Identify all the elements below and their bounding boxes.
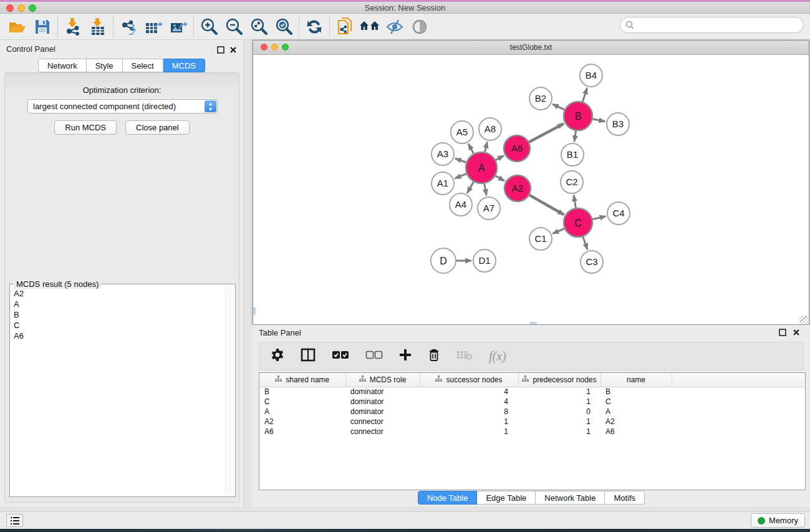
result-list-item[interactable]: A2: [11, 288, 223, 299]
minimize-window-button[interactable]: [17, 4, 25, 12]
zoom-fit-button[interactable]: [246, 16, 271, 38]
cell-shared_name[interactable]: A: [259, 407, 345, 417]
table-row[interactable]: Bdominator41B: [259, 387, 805, 397]
canvas-horizontal-scrollbar[interactable]: [529, 322, 537, 324]
cell-successor_nodes[interactable]: 1: [420, 427, 518, 437]
column-header-successor-nodes[interactable]: successor nodes: [420, 373, 518, 387]
export-table-button[interactable]: [141, 16, 166, 38]
result-list-item[interactable]: B: [11, 309, 223, 320]
cell-mcds_role[interactable]: dominator: [345, 397, 420, 407]
search-input[interactable]: [634, 21, 803, 30]
cell-name[interactable]: C: [600, 397, 672, 407]
float-panel-button[interactable]: [217, 45, 226, 54]
network-graph[interactable]: AA6A2BCA5A8A3A1A4A7B4B2B3B1C2C4C1C3DD1: [253, 55, 809, 324]
edge-B-B3[interactable]: [593, 119, 605, 122]
zoom-out-button[interactable]: [221, 16, 246, 38]
close-panel-button[interactable]: [229, 45, 238, 54]
run-mcds-button[interactable]: Run MCDS: [54, 120, 117, 135]
show-panel-list-button[interactable]: [6, 514, 23, 527]
edge-A-A5[interactable]: [468, 143, 474, 153]
cell-predecessor_nodes[interactable]: 0: [518, 407, 600, 417]
tab-select[interactable]: Select: [123, 59, 163, 72]
select-all-columns-button[interactable]: [332, 350, 349, 362]
cell-filler[interactable]: [672, 407, 805, 417]
edge-A2-C[interactable]: [529, 195, 564, 215]
window-resize-grip[interactable]: [800, 316, 808, 324]
edge-A-A3[interactable]: [455, 158, 466, 162]
network-minimize-button[interactable]: [271, 44, 278, 51]
edge-A-A6[interactable]: [496, 155, 504, 160]
tab-mcds[interactable]: MCDS: [163, 59, 205, 72]
edge-B-B1[interactable]: [574, 131, 576, 142]
tab-style[interactable]: Style: [87, 59, 123, 72]
mcds-result-list[interactable]: A2ABCA6: [11, 288, 223, 494]
cell-name[interactable]: A6: [600, 427, 672, 437]
table-row[interactable]: Adominator80A: [259, 407, 805, 417]
import-table-button[interactable]: [85, 16, 110, 38]
edge-C-C4[interactable]: [592, 216, 605, 220]
cell-predecessor_nodes[interactable]: 1: [518, 397, 600, 407]
delete-column-button[interactable]: [428, 348, 440, 364]
cell-filler[interactable]: [672, 417, 805, 427]
cell-mcds_role[interactable]: dominator: [345, 387, 420, 397]
export-network-button[interactable]: [116, 16, 141, 38]
refresh-layout-button[interactable]: [302, 16, 327, 38]
edge-C-C3[interactable]: [583, 237, 587, 250]
function-builder-button[interactable]: f(x): [489, 349, 506, 364]
cell-shared_name[interactable]: B: [259, 387, 345, 397]
close-panel-button-secondary[interactable]: Close panel: [125, 120, 190, 135]
cell-successor_nodes[interactable]: 4: [420, 397, 518, 407]
table-row[interactable]: Cdominator41C: [259, 397, 805, 407]
criterion-select[interactable]: largest connected component (directed) ▲…: [27, 99, 218, 114]
edge-C-C1[interactable]: [552, 229, 564, 234]
export-image-button[interactable]: [166, 16, 191, 38]
table-row[interactable]: A2connector11A2: [259, 417, 805, 427]
zoom-selected-button[interactable]: [271, 16, 296, 38]
edge-A6-B[interactable]: [529, 123, 564, 142]
edge-A-A8[interactable]: [485, 142, 488, 152]
edge-B-B4[interactable]: [582, 88, 587, 102]
cell-predecessor_nodes[interactable]: 1: [518, 427, 600, 437]
canvas-vertical-scrollbar[interactable]: [253, 307, 256, 315]
column-header-MCDS-role[interactable]: MCDS role: [345, 373, 420, 387]
cell-predecessor_nodes[interactable]: 1: [518, 387, 600, 397]
close-window-button[interactable]: [6, 4, 14, 12]
cell-predecessor_nodes[interactable]: 1: [518, 417, 600, 427]
edge-B-B2[interactable]: [552, 104, 564, 110]
edge-A-A7[interactable]: [485, 184, 486, 196]
edge-C-C2[interactable]: [574, 195, 576, 208]
table-close-button[interactable]: [793, 327, 801, 336]
zoom-in-button[interactable]: [196, 16, 221, 38]
tab-network[interactable]: Network: [38, 59, 87, 72]
network-maximize-button[interactable]: [282, 44, 289, 51]
deselect-all-columns-button[interactable]: [365, 350, 383, 362]
cell-mcds_role[interactable]: dominator: [345, 407, 420, 417]
home-button[interactable]: [357, 16, 382, 38]
show-columns-button[interactable]: [301, 348, 316, 364]
tab-edge-table[interactable]: Edge Table: [477, 491, 536, 505]
cell-shared_name[interactable]: A2: [259, 417, 345, 427]
add-column-button[interactable]: [399, 349, 412, 364]
cell-successor_nodes[interactable]: 1: [420, 417, 518, 427]
cell-filler[interactable]: [672, 387, 805, 397]
tab-motifs[interactable]: Motifs: [605, 491, 645, 505]
result-list-item[interactable]: C: [11, 320, 223, 331]
cell-mcds_role[interactable]: connector: [345, 417, 420, 427]
network-window-titlebar[interactable]: testGlobe.txt: [253, 41, 809, 55]
hide-graphics-details-button[interactable]: [382, 16, 407, 38]
delete-table-button[interactable]: [456, 349, 473, 363]
result-list-item[interactable]: A: [11, 299, 223, 309]
cell-successor_nodes[interactable]: 8: [420, 407, 518, 417]
maximize-window-button[interactable]: [29, 4, 36, 12]
column-header-name[interactable]: name: [600, 373, 672, 387]
tab-network-table[interactable]: Network Table: [536, 491, 605, 505]
clone-network-button[interactable]: [332, 16, 357, 38]
network-close-button[interactable]: [261, 44, 268, 51]
network-canvas[interactable]: AA6A2BCA5A8A3A1A4A7B4B2B3B1C2C4C1C3DD1: [253, 55, 809, 324]
show-graphics-details-button[interactable]: [407, 16, 432, 38]
result-list-item[interactable]: A6: [11, 331, 223, 341]
column-settings-button[interactable]: [271, 348, 284, 364]
table-row[interactable]: A6connector11A6: [259, 427, 805, 437]
column-header-shared-name[interactable]: shared name: [259, 373, 345, 387]
toolbar-search-field[interactable]: [620, 17, 804, 33]
